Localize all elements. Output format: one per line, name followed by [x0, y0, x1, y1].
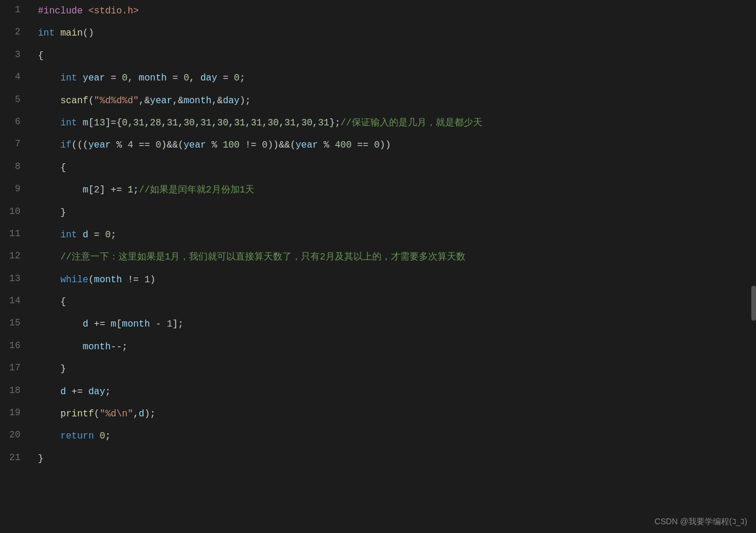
line-number: 2: [0, 22, 32, 42]
line-row: 16 month--;: [0, 336, 756, 358]
line-number: 11: [0, 224, 32, 244]
scrollbar[interactable]: [751, 286, 756, 321]
line-row: 8 {: [0, 157, 756, 179]
line-number: 8: [0, 157, 32, 177]
line-content: int d = 0;: [32, 224, 756, 246]
line-number: 16: [0, 336, 32, 356]
line-content: int main(): [32, 22, 756, 44]
line-content: }: [32, 358, 756, 380]
line-number: 3: [0, 45, 32, 65]
line-number: 6: [0, 112, 32, 132]
line-content: month--;: [32, 336, 756, 358]
line-row: 6 int m[13]={0,31,28,31,30,31,30,31,31,3…: [0, 112, 756, 134]
line-content: return 0;: [32, 425, 756, 447]
line-content: {: [32, 157, 756, 179]
line-row: 20 return 0;: [0, 425, 756, 447]
line-row: 19 printf("%d\n",d);: [0, 403, 756, 425]
line-content: int m[13]={0,31,28,31,30,31,30,31,31,30,…: [32, 112, 756, 134]
line-number: 5: [0, 90, 32, 110]
line-number: 19: [0, 403, 32, 423]
line-content: {: [32, 45, 756, 67]
code-editor: 1#include <stdio.h>2int main()3{4 int ye…: [0, 0, 756, 470]
line-content: #include <stdio.h>: [32, 0, 756, 22]
line-row: 14 {: [0, 291, 756, 313]
line-number: 7: [0, 134, 32, 154]
line-row: 15 d += m[month - 1];: [0, 313, 756, 335]
line-number: 12: [0, 246, 32, 266]
line-number: 1: [0, 0, 32, 20]
line-number: 17: [0, 358, 32, 378]
line-content: }: [32, 202, 756, 224]
line-content: d += m[month - 1];: [32, 313, 756, 335]
watermark: CSDN @我要学编程(ｺ_ｺ): [654, 517, 747, 527]
line-number: 21: [0, 448, 32, 468]
line-row: 17 }: [0, 358, 756, 380]
line-content: scanf("%d%d%d",&year,&month,&day);: [32, 90, 756, 112]
line-row: 12 //注意一下：这里如果是1月，我们就可以直接算天数了，只有2月及其以上的，…: [0, 246, 756, 268]
line-content: m[2] += 1;//如果是闰年就2月份加1天: [32, 179, 756, 201]
line-row: 5 scanf("%d%d%d",&year,&month,&day);: [0, 90, 756, 112]
line-content: while(month != 1): [32, 269, 756, 291]
line-number: 10: [0, 202, 32, 222]
line-number: 13: [0, 269, 32, 289]
line-row: 11 int d = 0;: [0, 224, 756, 246]
line-number: 20: [0, 425, 32, 445]
line-row: 18 d += day;: [0, 381, 756, 403]
line-row: 4 int year = 0, month = 0, day = 0;: [0, 67, 756, 89]
line-content: {: [32, 291, 756, 313]
line-number: 14: [0, 291, 32, 311]
line-content: printf("%d\n",d);: [32, 403, 756, 425]
line-number: 15: [0, 313, 32, 333]
line-content: if(((year % 4 == 0)&&(year % 100 != 0))&…: [32, 134, 756, 156]
line-content: }: [32, 448, 756, 470]
line-row: 21}: [0, 448, 756, 470]
line-content: //注意一下：这里如果是1月，我们就可以直接算天数了，只有2月及其以上的，才需要…: [32, 246, 756, 268]
code-container: 1#include <stdio.h>2int main()3{4 int ye…: [0, 0, 756, 533]
line-content: d += day;: [32, 381, 756, 403]
line-row: 9 m[2] += 1;//如果是闰年就2月份加1天: [0, 179, 756, 201]
line-row: 3{: [0, 45, 756, 67]
line-content: int year = 0, month = 0, day = 0;: [32, 67, 756, 89]
line-row: 2int main(): [0, 22, 756, 44]
line-row: 13 while(month != 1): [0, 269, 756, 291]
line-row: 7 if(((year % 4 == 0)&&(year % 100 != 0)…: [0, 134, 756, 156]
line-number: 9: [0, 179, 32, 199]
line-number: 18: [0, 381, 32, 401]
line-row: 1#include <stdio.h>: [0, 0, 756, 22]
line-number: 4: [0, 67, 32, 87]
line-row: 10 }: [0, 202, 756, 224]
